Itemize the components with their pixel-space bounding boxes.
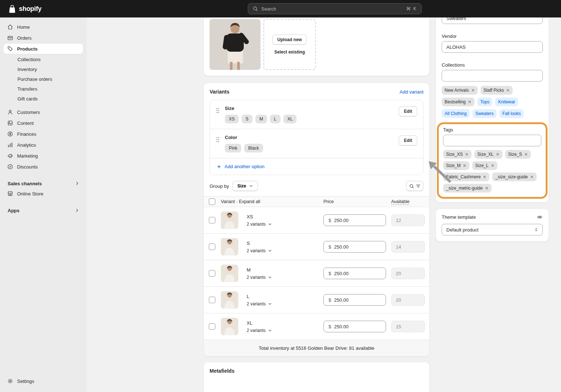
sidebar-section-apps[interactable]: Apps bbox=[4, 205, 83, 215]
variant-expand-toggle[interactable]: 2 variants bbox=[247, 301, 323, 306]
available-input[interactable]: 20 bbox=[391, 294, 425, 306]
search-filter-button[interactable] bbox=[406, 181, 423, 191]
price-input[interactable]: $250.00 bbox=[323, 294, 386, 306]
tag-chip-fabric-cashmere[interactable]: Fabric_Cashmere bbox=[443, 173, 489, 181]
tag-chip-size-l[interactable]: Size_L bbox=[472, 161, 497, 170]
sidebar-item-settings[interactable]: Settings bbox=[4, 376, 83, 386]
product-image[interactable] bbox=[210, 19, 260, 70]
price-input[interactable]: $250.00 bbox=[323, 214, 386, 226]
sidebar-item-gift-cards[interactable]: Gift cards bbox=[4, 94, 83, 103]
variant-expand-toggle[interactable]: 2 variants bbox=[247, 222, 323, 227]
variant-row: M2 variants$250.0020 bbox=[204, 260, 429, 287]
sidebar-section-sales-channels[interactable]: Sales channels bbox=[4, 178, 83, 189]
tag-chip-size-xl[interactable]: Size_XL bbox=[474, 150, 502, 159]
available-input[interactable]: 20 bbox=[391, 268, 425, 279]
select-existing-button[interactable]: Select existing bbox=[274, 50, 305, 55]
currency-symbol: $ bbox=[329, 218, 331, 223]
shopify-logo[interactable]: shopify bbox=[8, 0, 41, 17]
theme-template-select[interactable]: Default product bbox=[442, 224, 543, 235]
remove-tag-icon[interactable] bbox=[483, 175, 486, 179]
add-variant-button[interactable]: Add variant bbox=[399, 89, 423, 95]
search-placeholder: Search bbox=[261, 6, 403, 12]
remove-tag-icon[interactable] bbox=[524, 153, 528, 156]
variant-option-row: SizeXSSMLXLEdit bbox=[210, 100, 423, 129]
sidebar-item-purchase-orders[interactable]: Purchase orders bbox=[4, 74, 83, 84]
tag-chip-size-size-guide[interactable]: _size_size-guide bbox=[492, 173, 536, 181]
select-all-checkbox[interactable] bbox=[209, 198, 215, 205]
collection-chip-new-arrivals[interactable]: New Arrivals bbox=[442, 86, 478, 95]
sidebar-item-finances[interactable]: Finances bbox=[4, 129, 83, 139]
sidebar-item-analytics[interactable]: Analytics bbox=[4, 140, 83, 150]
global-search-input[interactable]: Search ⌘ K bbox=[248, 3, 422, 14]
collections-input[interactable] bbox=[442, 70, 543, 82]
remove-tag-icon[interactable] bbox=[491, 164, 494, 167]
drag-handle-icon[interactable] bbox=[216, 107, 220, 114]
remove-tag-icon[interactable] bbox=[530, 175, 534, 179]
available-input[interactable]: 14 bbox=[391, 241, 425, 253]
available-value: 20 bbox=[396, 297, 401, 303]
sidebar-item-products[interactable]: Products bbox=[4, 44, 83, 54]
collection-chip-tops[interactable]: Tops bbox=[477, 98, 492, 106]
sidebar-item-customers[interactable]: Customers bbox=[4, 107, 83, 117]
group-by-dropdown[interactable]: Size bbox=[232, 181, 258, 191]
variant-thumbnail bbox=[221, 238, 238, 256]
media-dropzone[interactable]: Upload new Select existing bbox=[263, 19, 316, 70]
sidebar-item-orders[interactable]: Orders bbox=[4, 33, 83, 43]
collection-chip-all-clothing[interactable]: All Clothing bbox=[442, 109, 470, 118]
sidebar-item-transfers[interactable]: Transfers bbox=[4, 84, 83, 94]
currency-symbol: $ bbox=[329, 271, 331, 276]
drag-handle-icon[interactable] bbox=[216, 136, 220, 143]
remove-tag-icon[interactable] bbox=[471, 88, 475, 92]
topbar: shopify Search ⌘ K bbox=[0, 0, 561, 17]
tag-chip-size-m[interactable]: Size_M bbox=[443, 161, 469, 170]
customers-icon bbox=[7, 109, 13, 115]
row-checkbox[interactable] bbox=[209, 243, 215, 250]
sidebar-item-home[interactable]: Home bbox=[4, 22, 83, 32]
available-input[interactable]: 12 bbox=[391, 214, 425, 226]
collection-chip-staff-picks[interactable]: Staff Picks bbox=[481, 86, 513, 95]
remove-tag-icon[interactable] bbox=[465, 153, 469, 156]
sidebar-item-online-store[interactable]: Online Store bbox=[4, 189, 83, 199]
tag-chip-size-metric-guide[interactable]: _size_metric-guide bbox=[443, 184, 492, 193]
sidebar-item-collections[interactable]: Collections bbox=[4, 55, 83, 64]
price-input[interactable]: $250.00 bbox=[323, 268, 386, 279]
price-input[interactable]: $250.00 bbox=[323, 241, 386, 253]
variant-expand-toggle[interactable]: 2 variants bbox=[247, 275, 323, 280]
tag-chip-size-xs[interactable]: Size_XS bbox=[443, 150, 472, 159]
remove-tag-icon[interactable] bbox=[468, 100, 472, 104]
edit-option-button[interactable]: Edit bbox=[399, 135, 417, 146]
variant-options-box: SizeXSSMLXLEditColorPinkBlackEdit Add an… bbox=[210, 100, 423, 175]
remove-tag-icon[interactable] bbox=[496, 153, 500, 156]
remove-tag-icon[interactable] bbox=[506, 88, 510, 92]
category-input[interactable]: Sweaters bbox=[442, 17, 543, 24]
variant-expand-toggle[interactable]: 2 variants bbox=[247, 248, 323, 253]
sidebar-item-content[interactable]: Content bbox=[4, 118, 83, 128]
available-input[interactable]: 15 bbox=[391, 321, 425, 332]
variant-column-header[interactable]: Variant · Expand all bbox=[221, 199, 323, 204]
sidebar-item-inventory[interactable]: Inventory bbox=[4, 64, 83, 74]
collection-chip-bestselling[interactable]: Bestselling bbox=[442, 98, 474, 106]
price-input[interactable]: $250.00 bbox=[323, 321, 386, 332]
add-another-option-button[interactable]: Add another option bbox=[210, 158, 423, 175]
sales-channels-list: Online Store bbox=[4, 189, 83, 199]
edit-option-button[interactable]: Edit bbox=[399, 106, 417, 116]
available-column-header[interactable]: Available bbox=[391, 199, 429, 204]
row-checkbox[interactable] bbox=[209, 270, 215, 277]
collection-chip-sweaters[interactable]: Sweaters bbox=[473, 109, 497, 118]
tag-chip-size-s[interactable]: Size_S bbox=[505, 150, 531, 159]
remove-tag-icon[interactable] bbox=[463, 164, 466, 167]
orders-icon bbox=[7, 35, 13, 41]
collection-chip-fall-looks[interactable]: Fall looks bbox=[500, 109, 524, 118]
tags-input[interactable] bbox=[443, 135, 541, 146]
upload-new-button[interactable]: Upload new bbox=[272, 35, 306, 45]
collection-chip-knitwear[interactable]: Knitwear bbox=[495, 98, 518, 106]
row-checkbox[interactable] bbox=[209, 297, 215, 303]
variant-expand-toggle[interactable]: 2 variants bbox=[247, 328, 323, 333]
vendor-input[interactable]: ALOHAS bbox=[442, 41, 543, 53]
sidebar-item-marketing[interactable]: Marketing bbox=[4, 151, 83, 161]
remove-tag-icon[interactable] bbox=[485, 186, 489, 190]
preview-eye-icon[interactable] bbox=[537, 214, 543, 220]
row-checkbox[interactable] bbox=[209, 217, 215, 223]
row-checkbox[interactable] bbox=[209, 323, 215, 330]
sidebar-item-discounts[interactable]: Discounts bbox=[4, 162, 83, 172]
